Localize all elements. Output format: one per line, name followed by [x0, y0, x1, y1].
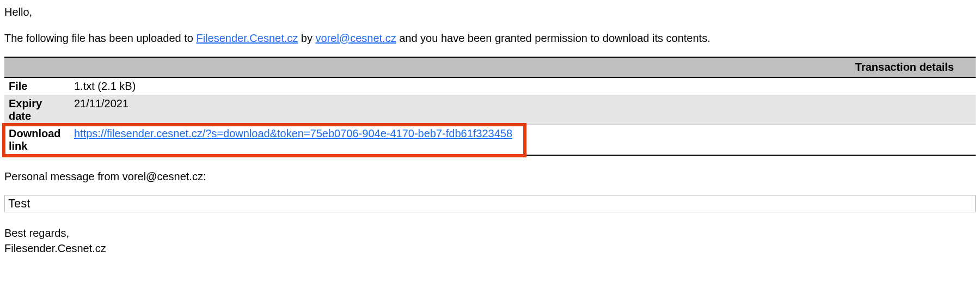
personal-message-label: Personal message from vorel@cesnet.cz:: [4, 169, 976, 184]
expiry-label: Expiry date: [4, 95, 70, 125]
signoff-line1: Best regards,: [4, 225, 976, 241]
file-label: File: [4, 77, 70, 95]
intro-prefix: The following file has been uploaded to: [4, 32, 196, 44]
sender-email-link[interactable]: vorel@cesnet.cz: [316, 32, 396, 44]
download-value: https://filesender.cesnet.cz/?s=download…: [70, 125, 976, 156]
download-label: Download link: [4, 125, 70, 156]
service-link[interactable]: Filesender.Cesnet.cz: [196, 32, 298, 44]
intro-suffix: and you have been granted permission to …: [396, 32, 710, 44]
transaction-details-table: Transaction details File 1.txt (2.1 kB) …: [4, 57, 976, 156]
expiry-value: 21/11/2021: [70, 95, 976, 125]
table-header: Transaction details: [4, 57, 976, 77]
file-value: 1.txt (2.1 kB): [70, 77, 976, 95]
intro-paragraph: The following file has been uploaded to …: [4, 30, 976, 46]
table-row: Expiry date 21/11/2021: [4, 95, 976, 125]
intro-mid: by: [298, 32, 315, 44]
signoff-line2: Filesender.Cesnet.cz: [4, 241, 976, 256]
signature: Best regards, Filesender.Cesnet.cz: [4, 225, 976, 256]
greeting: Hello,: [4, 4, 976, 20]
table-row: Download link https://filesender.cesnet.…: [4, 125, 976, 156]
download-link[interactable]: https://filesender.cesnet.cz/?s=download…: [74, 127, 512, 139]
table-row: File 1.txt (2.1 kB): [4, 77, 976, 95]
personal-message-box: Test: [4, 195, 976, 212]
